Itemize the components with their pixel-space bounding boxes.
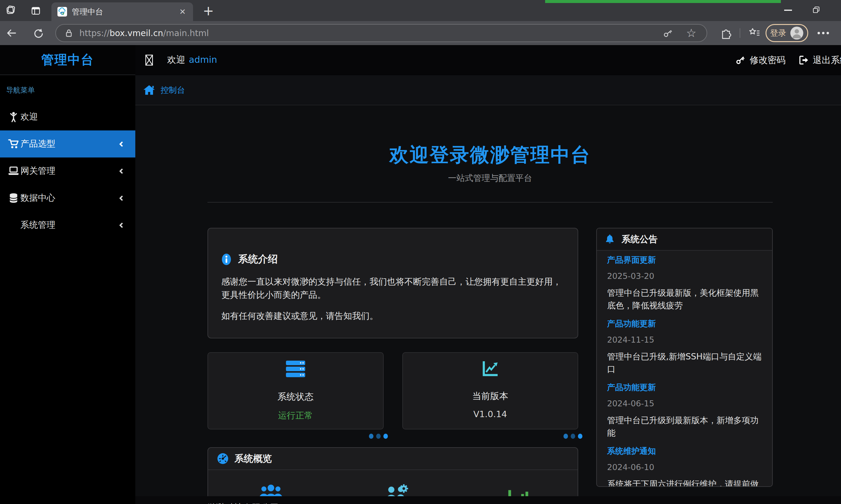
announcement-item: 产品界面更新 2025-03-20 管理中台已升级最新版，美化框架使用黑底色，降… bbox=[607, 255, 762, 312]
profile-avatar-icon bbox=[790, 26, 804, 40]
workspaces-icon[interactable] bbox=[4, 4, 17, 18]
footer-bar: 微渺科技有限公司 bbox=[135, 496, 841, 504]
database-icon bbox=[7, 193, 20, 203]
announcement-body: 管理中台已升级到最新版本，新增多项功能 bbox=[607, 414, 762, 439]
logout-button[interactable]: 退出系统 bbox=[798, 54, 841, 67]
sidebar-item-label: 欢迎 bbox=[20, 111, 38, 123]
favorite-star-icon[interactable]: ☆ bbox=[686, 28, 696, 39]
sidebar-item-product-selection[interactable]: 产品选型 bbox=[0, 130, 135, 158]
sidebar-item-label: 产品选型 bbox=[20, 138, 55, 150]
chart-line-icon bbox=[403, 360, 578, 377]
welcome-text: 欢迎admin bbox=[167, 54, 217, 66]
screen-share-indicator-bar bbox=[545, 0, 781, 3]
sidebar-item-system-management[interactable]: 系统管理 bbox=[0, 212, 135, 239]
window-minimize-button[interactable] bbox=[784, 10, 792, 11]
intro-card-title: 系统介绍 bbox=[238, 252, 278, 266]
url-text[interactable]: https://box.vmeil.cn/main.html bbox=[80, 28, 663, 38]
sidebar-item-label: 网关管理 bbox=[20, 165, 55, 177]
divider bbox=[208, 202, 773, 202]
system-status-card: 系统状态 运行正常 bbox=[208, 352, 384, 430]
cart-icon bbox=[7, 138, 20, 150]
main-area: 欢迎admin 修改密码 退出系统 bbox=[135, 45, 841, 504]
site-favicon: v bbox=[57, 7, 67, 17]
sidebar-item-label: 系统管理 bbox=[20, 219, 55, 231]
bell-icon bbox=[605, 234, 615, 245]
announcement-title-link[interactable]: 系统维护通知 bbox=[607, 446, 762, 456]
tab-title: 管理中台 bbox=[72, 6, 178, 17]
version-card-value: V1.0.14 bbox=[403, 409, 578, 419]
sidebar: 管理中台 导航菜单 欢迎 bbox=[0, 45, 135, 504]
hero: 欢迎登录微渺管理中台 一站式管理与配置平台 bbox=[208, 105, 773, 183]
announcement-title-link[interactable]: 产品界面更新 bbox=[607, 255, 762, 265]
status-card-value: 运行正常 bbox=[208, 410, 383, 422]
bar-chart-icon bbox=[507, 484, 529, 496]
overview-card-title: 系统概览 bbox=[234, 452, 272, 465]
version-card: 当前版本 V1.0.14 bbox=[402, 352, 579, 430]
tab-actions-icon[interactable] bbox=[29, 4, 43, 18]
footer-text-partial: 微渺科技有限公司 bbox=[135, 496, 841, 504]
url-path: /main.html bbox=[163, 28, 209, 38]
announcement-title-link[interactable]: 产品功能更新 bbox=[607, 319, 762, 329]
sidebar-item-data-center[interactable]: 数据中心 bbox=[0, 184, 135, 212]
collections-icon[interactable] bbox=[747, 25, 763, 41]
announcements-title: 系统公告 bbox=[621, 233, 658, 246]
password-key-icon[interactable] bbox=[661, 25, 676, 41]
window-restore-button[interactable] bbox=[812, 5, 821, 14]
announcement-body: 系统将于下周六进行例行维护，请提前做好准备 bbox=[607, 478, 762, 487]
announcement-date: 2024-11-15 bbox=[607, 335, 762, 345]
key-icon bbox=[733, 53, 748, 67]
lock-icon bbox=[64, 28, 74, 38]
sidebar-item-gateway-management[interactable]: 网关管理 bbox=[0, 158, 135, 184]
chevron-left-icon bbox=[119, 141, 124, 147]
header-actions: 修改密码 退出系统 bbox=[735, 45, 841, 75]
page-title: 欢迎登录微渺管理中台 bbox=[208, 144, 773, 165]
announcement-date: 2024-06-10 bbox=[607, 462, 762, 472]
announcement-body: 管理中台已升级最新版，美化框架使用黑底色，降低视线疲劳 bbox=[607, 287, 762, 312]
users-cog-icon bbox=[383, 484, 409, 496]
announcement-item: 产品功能更新 2024-11-15 管理中台已升级,新增SSH端口与自定义端口 bbox=[607, 319, 762, 376]
back-icon[interactable] bbox=[6, 28, 17, 38]
chevron-left-icon bbox=[119, 222, 124, 228]
sidebar-toggle-tofu-icon[interactable] bbox=[145, 54, 153, 66]
new-tab-button[interactable]: + bbox=[201, 4, 216, 17]
nav-menu: 欢迎 产品选型 网关管理 bbox=[0, 103, 135, 239]
address-bar[interactable]: https://box.vmeil.cn/main.html ☆ bbox=[55, 24, 707, 42]
person-cheer-icon bbox=[7, 111, 20, 122]
browser-tab-strip: v 管理中台 ✕ + bbox=[0, 0, 841, 21]
announcement-title-link[interactable]: 产品功能更新 bbox=[607, 382, 762, 393]
announcement-item: 产品功能更新 2024-06-15 管理中台已升级到最新版本，新增多项功能 bbox=[607, 382, 762, 439]
dashboard-content: 欢迎登录微渺管理中台 一站式管理与配置平台 系统介绍 bbox=[135, 105, 841, 496]
refresh-icon[interactable] bbox=[33, 28, 43, 38]
version-card-label: 当前版本 bbox=[403, 390, 578, 402]
browser-signin-button[interactable]: 登录 bbox=[766, 24, 808, 42]
extensions-puzzle-icon[interactable] bbox=[718, 25, 734, 41]
browser-menu-ellipsis-icon[interactable] bbox=[816, 25, 831, 41]
app-header: 欢迎admin 修改密码 退出系统 bbox=[135, 45, 841, 75]
announcements-list: 产品界面更新 2025-03-20 管理中台已升级最新版，美化框架使用黑底色，降… bbox=[597, 251, 772, 487]
announcement-body: 管理中台已升级,新增SSH端口与自定义端口 bbox=[607, 350, 762, 376]
system-overview-card: 系统概览 bbox=[208, 447, 578, 496]
home-icon[interactable] bbox=[143, 85, 155, 95]
breadcrumb-item-console[interactable]: 控制台 bbox=[161, 85, 185, 95]
system-intro-card: 系统介绍 感谢您一直以来对微渺的支持与信任，我们也将不断完善自己，让您拥有更自主… bbox=[208, 228, 578, 338]
status-card-label: 系统状态 bbox=[208, 391, 383, 403]
intro-paragraph: 如有任何改善建议或意见，请告知我们。 bbox=[221, 309, 564, 323]
status-card-dots bbox=[212, 434, 388, 440]
browser-tab[interactable]: v 管理中台 ✕ bbox=[51, 2, 193, 21]
info-circle-icon bbox=[221, 253, 231, 266]
page-subtitle: 一站式管理与配置平台 bbox=[208, 173, 773, 183]
app-logo[interactable]: 管理中台 bbox=[0, 45, 135, 75]
app-window: 管理中台 导航菜单 欢迎 bbox=[0, 45, 841, 504]
sidebar-item-welcome[interactable]: 欢迎 bbox=[0, 103, 135, 130]
version-card-dots bbox=[406, 434, 583, 440]
browser-toolbar: https://box.vmeil.cn/main.html ☆ 登录 bbox=[0, 21, 841, 45]
announcements-panel: 系统公告 产品界面更新 2025-03-20 管理中台已升级最新版，美化框架使用… bbox=[596, 228, 773, 487]
breadcrumb: 控制台 bbox=[135, 75, 841, 105]
svg-text:v: v bbox=[63, 12, 65, 15]
chevron-left-icon bbox=[119, 195, 124, 201]
tab-close-icon[interactable]: ✕ bbox=[178, 7, 187, 16]
username[interactable]: admin bbox=[189, 54, 217, 65]
sign-out-icon bbox=[798, 55, 808, 65]
change-password-button[interactable]: 修改密码 bbox=[735, 54, 786, 67]
intro-paragraph: 感谢您一直以来对微渺的支持与信任，我们也将不断完善自己，让您拥有更自主更好用，更… bbox=[221, 275, 564, 302]
